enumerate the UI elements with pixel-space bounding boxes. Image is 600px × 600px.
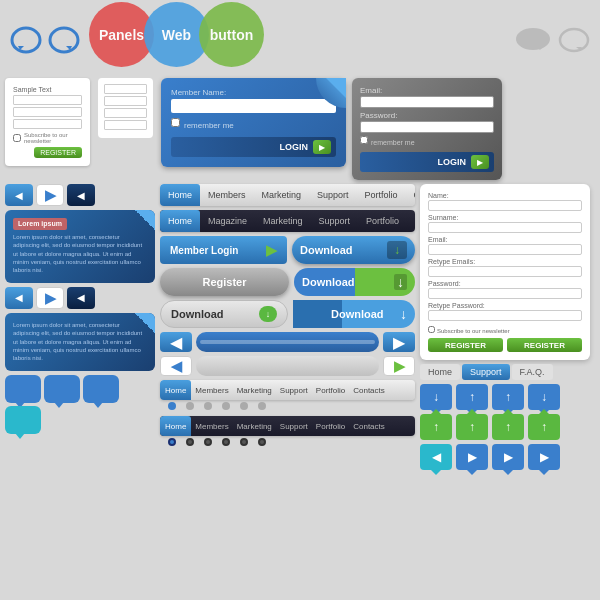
scroll-bar-center	[196, 332, 379, 352]
arrow-bubbles-3: ◀ ▶ ▶ ▶	[420, 444, 590, 470]
arrow-btn-1[interactable]: ◀	[5, 287, 33, 309]
bf-surname-input[interactable]	[428, 222, 582, 233]
bnav2-contacts[interactable]: Contacts	[349, 416, 389, 436]
nav-dot-6	[258, 402, 266, 410]
member-login-button[interactable]: Member Login ▶	[160, 236, 287, 264]
right-bubble-icons	[514, 26, 590, 54]
arrow-btn-3[interactable]: ◀	[67, 287, 95, 309]
bubble-left-2-icon	[48, 26, 80, 54]
login-label: LOGIN	[280, 142, 309, 152]
arrow-scroll-row: ◀ ▶	[160, 332, 415, 352]
big-register-btn-1[interactable]: REGISTER	[428, 338, 503, 352]
arrow-bubble-blue-down-4[interactable]: ↓	[528, 384, 560, 410]
blue-text-panel-1: Lorem ipsum Lorem ipsum dolor sit amet, …	[5, 210, 155, 283]
gray-password-input[interactable]	[360, 121, 494, 133]
nav-members-1[interactable]: Members	[200, 184, 254, 206]
arrow-bubble-blue-4[interactable]: ▶	[528, 444, 560, 470]
arrow-btn-2[interactable]: ▶	[36, 287, 64, 309]
nav-contacts-1[interactable]: Contacts	[406, 184, 415, 206]
speech-bubbles-row	[5, 375, 155, 434]
download-button-1[interactable]: Download ↓	[292, 236, 415, 264]
bf-name-input[interactable]	[428, 200, 582, 211]
bnav1-members[interactable]: Members	[191, 380, 232, 400]
download-button-4[interactable]: Download ↓	[293, 300, 415, 328]
nav-dots-2	[160, 436, 415, 448]
nav-contacts-2[interactable]: Contacts	[407, 210, 415, 232]
nav-home-2[interactable]: Home	[160, 210, 200, 232]
bubble-blue-2	[44, 375, 80, 403]
big-register-btn-2[interactable]: REGISTER	[507, 338, 582, 352]
arrow-bubble-green-3[interactable]: ↑	[492, 414, 524, 440]
gray-remember-checkbox[interactable]	[360, 136, 368, 144]
nav-support-1[interactable]: Support	[309, 184, 357, 206]
arrow-bubbles-2: ↑ ↑ ↑ ↑	[420, 414, 590, 440]
bf-retype-pwd-input[interactable]	[428, 310, 582, 321]
nav-dot-1	[168, 402, 176, 410]
scroll-back-btn[interactable]: ◀	[160, 332, 192, 352]
fwd-arrow-button[interactable]: ▶	[36, 184, 64, 206]
circle-button: button	[199, 2, 264, 67]
nav-dot-circle-4	[222, 438, 230, 446]
register-button-small[interactable]: REGISTER	[34, 147, 82, 158]
svg-point-6	[560, 29, 588, 51]
scroll-fwd-btn[interactable]: ▶	[383, 332, 415, 352]
bnav2-marketing[interactable]: Marketing	[233, 416, 276, 436]
bnav2-members[interactable]: Members	[191, 416, 232, 436]
nav-home-1[interactable]: Home	[160, 184, 200, 206]
nav-magazine-2[interactable]: Magazine	[200, 210, 255, 232]
circles-container: Panels Web button	[89, 7, 319, 72]
login-arrow-button[interactable]: ▶	[313, 140, 331, 154]
arrow-bubble-green-1[interactable]: ↑	[420, 414, 452, 440]
svg-point-4	[516, 28, 550, 50]
arrow-bubble-blue-teal-2[interactable]: ▶	[456, 444, 488, 470]
blue-member-name-input[interactable]	[171, 99, 336, 113]
bnav2-support[interactable]: Support	[276, 416, 312, 436]
tab-faq[interactable]: F.A.Q.	[512, 364, 553, 380]
bnav1-marketing[interactable]: Marketing	[233, 380, 276, 400]
bf-email-input[interactable]	[428, 244, 582, 255]
arrow-bubble-blue-down-1[interactable]: ↓	[420, 384, 452, 410]
nav-support-2[interactable]: Support	[311, 210, 359, 232]
blue-login-bar: LOGIN ▶	[171, 137, 336, 157]
bf-retype-email-input[interactable]	[428, 266, 582, 277]
bnav2-home[interactable]: Home	[160, 416, 191, 436]
back-arrow-button[interactable]: ◀	[67, 184, 95, 206]
bf-subscribe-checkbox[interactable]	[428, 326, 435, 333]
nav-bar-1: Home Members Marketing Support Portfolio…	[160, 184, 415, 206]
prev-arrow-button[interactable]: ◀	[5, 184, 33, 206]
nav-portfolio-2[interactable]: Portfolio	[358, 210, 407, 232]
arrow-bubble-green-2[interactable]: ↑	[456, 414, 488, 440]
gray-login-arrow[interactable]: ▶	[471, 155, 489, 169]
arrow-bubble-green-4[interactable]: ↑	[528, 414, 560, 440]
arrow-bubble-blue-down-3[interactable]: ↑	[492, 384, 524, 410]
arrow-bubble-blue-down-2[interactable]: ↑	[456, 384, 488, 410]
arrow-bubble-blue-3[interactable]: ▶	[492, 444, 524, 470]
gray-login-form: Email: Password: remember me LOGIN ▶	[352, 78, 502, 180]
nav-dot-circle-5	[240, 438, 248, 446]
bf-password-input[interactable]	[428, 288, 582, 299]
svg-point-2	[50, 28, 78, 52]
blue-remember-checkbox[interactable]	[171, 118, 180, 127]
faq-tab-bar: Home Support F.A.Q.	[420, 364, 590, 380]
download-button-2[interactable]: Download ↓	[294, 268, 415, 296]
register-button[interactable]: Register	[160, 268, 289, 296]
arrow-right-white[interactable]: ▶	[383, 356, 415, 376]
nav-portfolio-1[interactable]: Portfolio	[357, 184, 406, 206]
bnav2-portfolio[interactable]: Portfolio	[312, 416, 349, 436]
nav-marketing-1[interactable]: Marketing	[254, 184, 310, 206]
arrow-bubble-teal-1[interactable]: ◀	[420, 444, 452, 470]
nav-dot-3	[204, 402, 212, 410]
download-button-3[interactable]: Download ↓	[160, 300, 288, 328]
bnav1-home[interactable]: Home	[160, 380, 191, 400]
bnav1-support[interactable]: Support	[276, 380, 312, 400]
gray-email-input[interactable]	[360, 96, 494, 108]
arrow-left-white[interactable]: ◀	[160, 356, 192, 376]
member-download-row: Member Login ▶ Download ↓	[160, 236, 415, 264]
subscribe-checkbox[interactable]	[13, 134, 21, 142]
bnav1-contacts[interactable]: Contacts	[349, 380, 389, 400]
tab-home[interactable]: Home	[420, 364, 460, 380]
nav-marketing-2[interactable]: Marketing	[255, 210, 311, 232]
bnav1-portfolio[interactable]: Portfolio	[312, 380, 349, 400]
tab-support[interactable]: Support	[462, 364, 510, 380]
gray-email-label: Email:	[360, 86, 494, 95]
